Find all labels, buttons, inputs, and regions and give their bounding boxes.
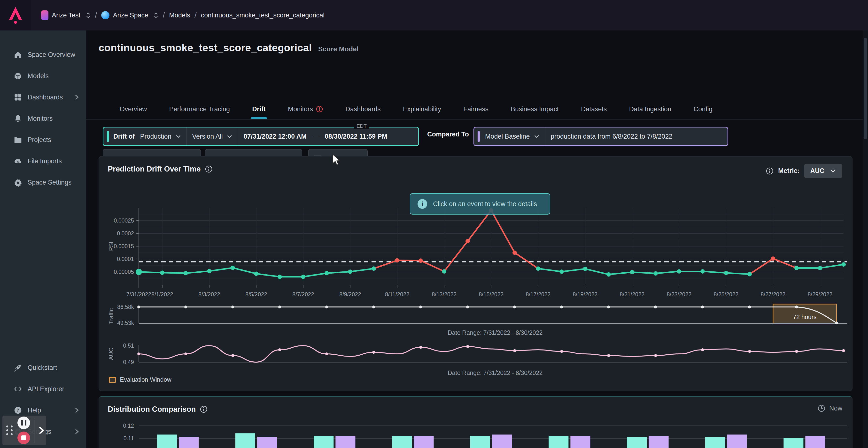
sidebar-item-label: Quickstart	[28, 364, 57, 372]
tab-fairness[interactable]: Fairness	[452, 100, 500, 118]
chart-legend: Evaluation Window	[109, 376, 172, 383]
svg-text:8/5/2022: 8/5/2022	[245, 291, 267, 298]
top-header: Arize Test / Arize Space / Models /	[0, 0, 868, 31]
traffic-chart[interactable]: 72 hours86.58k49.53kTraffic	[102, 301, 849, 328]
chevron-right-icon	[74, 94, 80, 101]
svg-text:0.00025: 0.00025	[114, 217, 134, 224]
sidebar-item-label: Models	[28, 72, 49, 80]
svg-text:0.49: 0.49	[123, 359, 134, 365]
stop-button[interactable]	[18, 432, 30, 444]
sort-updown-icon[interactable]	[86, 12, 91, 19]
page-scrollbar[interactable]	[863, 31, 868, 448]
svg-text:Traffic: Traffic	[108, 308, 114, 324]
breadcrumb-separator: /	[163, 11, 165, 19]
range-start: 07/31/2022 12:00 AM	[244, 133, 307, 140]
tab-drift[interactable]: Drift	[241, 100, 277, 118]
drift-card-title: Prediction Drift Over Time	[108, 165, 201, 173]
range-separator: —	[312, 133, 319, 140]
psi-drift-chart[interactable]: 0.000050.00010.000150.00020.00025PSI7/31…	[102, 204, 849, 301]
sidebar-item-file-imports[interactable]: File Imports	[0, 150, 86, 172]
sidebar-item-label: Space Overview	[28, 51, 75, 59]
info-icon[interactable]	[766, 167, 774, 175]
chart-metric-dropdown[interactable]: AUC	[804, 164, 843, 178]
version-dropdown[interactable]: Version All	[187, 128, 238, 145]
recorder-divider	[34, 419, 34, 442]
sidebar-item-models[interactable]: Models	[0, 65, 86, 87]
auc-chart[interactable]: 0.510.49AUC	[102, 338, 849, 370]
compared-to-label: Compared To	[427, 131, 469, 138]
svg-text:8/27/2022: 8/27/2022	[761, 291, 785, 298]
breadcrumb-org[interactable]: Arize Test	[41, 10, 91, 20]
clock-icon	[817, 404, 826, 413]
arize-logo-icon	[8, 6, 23, 25]
sidebar-item-space-overview[interactable]: Space Overview	[0, 44, 86, 65]
svg-text:8/3/2022: 8/3/2022	[198, 291, 220, 298]
svg-text:8/23/2022: 8/23/2022	[667, 291, 691, 298]
breadcrumb-model[interactable]: continuous_smoke_test_score_categorical	[201, 11, 324, 19]
event-tooltip: i Click on an event to view the details	[410, 193, 550, 214]
sidebar-item-quickstart[interactable]: Quickstart	[0, 357, 86, 378]
tab-business-impact[interactable]: Business Impact	[500, 100, 570, 118]
sidebar-item-space-settings[interactable]: Space Settings	[0, 172, 86, 193]
info-icon[interactable]	[205, 165, 213, 173]
expand-chevron-icon[interactable]	[38, 425, 45, 435]
chevron-down-icon	[830, 169, 836, 173]
breadcrumb-space-label: Arize Space	[113, 11, 148, 19]
svg-text:86.58k: 86.58k	[117, 304, 134, 310]
environment-dropdown[interactable]: Production	[135, 128, 186, 145]
tab-overview[interactable]: Overview	[108, 100, 158, 118]
svg-text:8/1/2022: 8/1/2022	[151, 291, 173, 298]
sidebar-item-dashboards[interactable]: Dashboards	[0, 87, 86, 108]
svg-text:8/17/2022: 8/17/2022	[526, 291, 551, 298]
svg-text:7/31/2022: 7/31/2022	[126, 291, 151, 298]
baseline-filter-group: Model Baseline production data from 6/8/…	[473, 127, 728, 146]
sidebar-item-api-explorer[interactable]: API Explorer	[0, 378, 86, 400]
evaluation-window-swatch	[109, 377, 116, 383]
grid-icon	[13, 93, 22, 102]
baseline-accent-bar	[477, 131, 480, 142]
svg-text:0.11: 0.11	[124, 435, 134, 442]
app-root: Arize Test / Arize Space / Models /	[0, 0, 868, 448]
drift-of-label: Drift of	[113, 133, 135, 140]
info-icon[interactable]	[199, 405, 208, 413]
drag-handle-icon[interactable]	[6, 425, 13, 435]
tab-data-ingestion[interactable]: Data Ingestion	[618, 100, 682, 118]
breadcrumb-space[interactable]: Arize Space	[101, 11, 158, 19]
svg-text:8/29/2022: 8/29/2022	[808, 291, 832, 298]
breadcrumb-org-label: Arize Test	[52, 11, 81, 19]
space-avatar	[101, 11, 110, 19]
tab-config[interactable]: Config	[682, 100, 724, 118]
distribution-chart[interactable]: 0.120.11	[102, 416, 849, 448]
arize-logo[interactable]	[0, 0, 31, 31]
svg-text:0.0001: 0.0001	[117, 256, 134, 262]
date-range-picker[interactable]: 07/31/2022 12:00 AM — 08/30/2022 11:59 P…	[238, 128, 393, 145]
sidebar-item-label: File Imports	[28, 158, 62, 165]
chevron-down-icon	[175, 135, 181, 138]
tab-monitors[interactable]: Monitors	[277, 100, 335, 118]
tab-datasets[interactable]: Datasets	[570, 100, 618, 118]
now-button[interactable]: Now	[817, 404, 842, 413]
baseline-dropdown[interactable]: Model Baseline	[484, 128, 545, 145]
sidebar-item-label: API Explorer	[28, 385, 64, 393]
tab-explainability[interactable]: Explainability	[392, 100, 453, 118]
breadcrumb-separator: /	[194, 11, 196, 19]
breadcrumb-models[interactable]: Models	[169, 11, 190, 19]
breadcrumb-model-label: continuous_smoke_test_score_categorical	[201, 11, 324, 19]
tab-dashboards[interactable]: Dashboards	[334, 100, 392, 118]
svg-text:?: ?	[17, 408, 20, 413]
svg-text:8/19/2022: 8/19/2022	[573, 291, 597, 298]
scrollbar-thumb[interactable]	[864, 38, 867, 139]
sidebar-item-projects[interactable]: Projects	[0, 129, 86, 150]
pause-button[interactable]	[18, 417, 30, 429]
sidebar-item-label: Projects	[28, 136, 51, 144]
traffic-date-range: Date Range: 7/31/2022 - 8/30/2022	[137, 329, 853, 336]
cube-icon	[13, 72, 22, 80]
tab-performance-tracing[interactable]: Performance Tracing	[158, 100, 241, 118]
svg-text:PSI: PSI	[108, 242, 114, 251]
model-type-badge: Score Model	[318, 45, 359, 53]
svg-text:0.00015: 0.00015	[114, 243, 134, 249]
sidebar-item-label: Help	[28, 407, 41, 414]
sort-updown-icon[interactable]	[154, 12, 158, 19]
svg-text:72 hours: 72 hours	[793, 313, 816, 320]
sidebar-item-monitors[interactable]: Monitors	[0, 108, 86, 129]
